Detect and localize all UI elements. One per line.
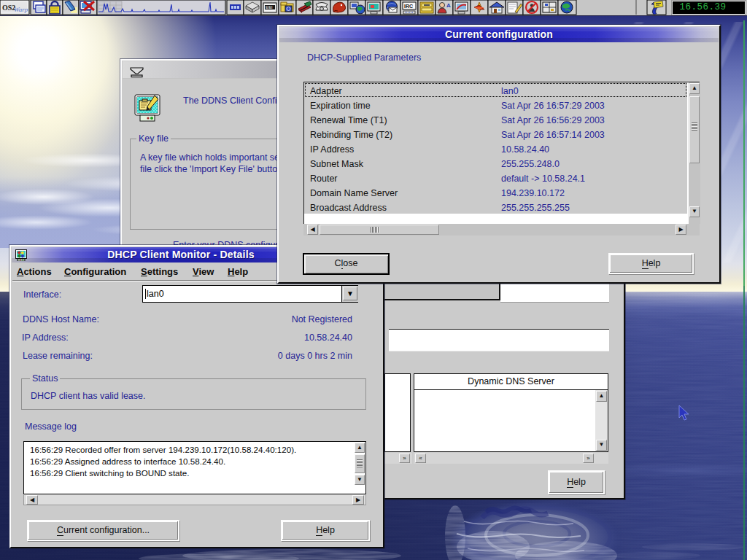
svg-text:A: A: [446, 2, 451, 9]
svg-text:EIEI: EIEI: [266, 5, 272, 9]
svg-text:Warp: Warp: [14, 6, 28, 13]
svg-text:IRC: IRC: [404, 4, 413, 9]
